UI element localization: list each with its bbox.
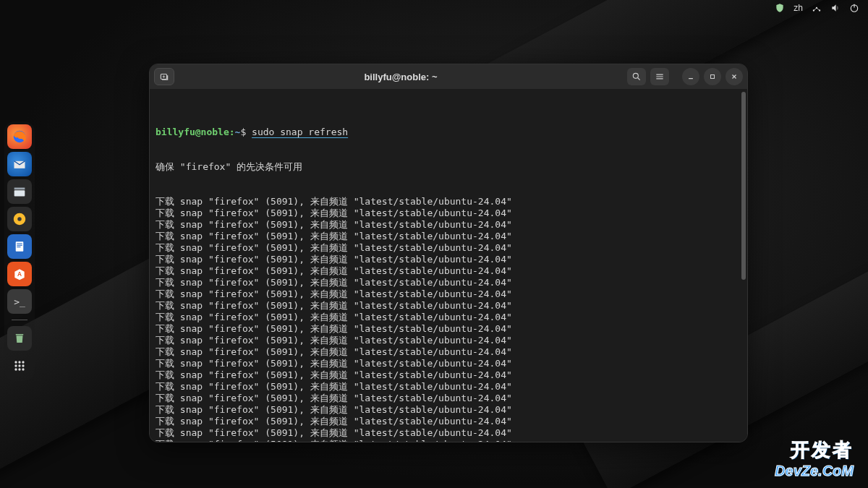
svg-rect-6	[14, 190, 25, 196]
svg-point-17	[22, 361, 24, 363]
download-line: 下载 snap "firefox" (5091), 来自频道 "latest/s…	[156, 381, 741, 393]
dock-app-rhythmbox[interactable]	[7, 207, 32, 231]
download-line: 下载 snap "firefox" (5091), 来自频道 "latest/s…	[156, 242, 741, 254]
download-line: 下载 snap "firefox" (5091), 来自频道 "latest/s…	[156, 358, 741, 369]
power-icon[interactable]	[849, 3, 859, 13]
svg-rect-14	[16, 334, 24, 335]
top-bar: zh	[0, 0, 868, 16]
svg-point-16	[18, 361, 20, 363]
search-button[interactable]	[627, 68, 646, 85]
download-line: 下载 snap "firefox" (5091), 来自频道 "latest/s…	[156, 346, 741, 358]
dock-app-software[interactable]: A	[7, 262, 32, 286]
svg-rect-5	[14, 188, 25, 190]
download-line: 下载 snap "firefox" (5091), 来自频道 "latest/s…	[156, 439, 741, 442]
svg-point-15	[14, 361, 17, 363]
download-line: 下载 snap "firefox" (5091), 来自频道 "latest/s…	[156, 323, 741, 335]
download-line: 下载 snap "firefox" (5091), 来自频道 "latest/s…	[156, 427, 741, 439]
svg-point-23	[22, 368, 24, 370]
svg-rect-26	[711, 75, 715, 79]
download-line: 下载 snap "firefox" (5091), 来自频道 "latest/s…	[156, 288, 741, 300]
dock-app-firefox[interactable]	[7, 124, 32, 149]
download-line: 下载 snap "firefox" (5091), 来自频道 "latest/s…	[156, 404, 741, 416]
dock-app-writer[interactable]	[7, 234, 32, 259]
close-button[interactable]	[726, 68, 743, 85]
dock-separator	[12, 320, 27, 320]
svg-point-19	[18, 364, 20, 367]
svg-point-18	[14, 364, 17, 367]
dock: A >_	[4, 121, 35, 381]
ensure-line: 确保 "firefox" 的先决条件可用	[156, 161, 741, 173]
terminal-titlebar: billyfu@noble: ~	[150, 64, 747, 89]
maximize-button[interactable]	[704, 68, 721, 85]
svg-point-25	[633, 73, 638, 78]
download-line: 下载 snap "firefox" (5091), 来自频道 "latest/s…	[156, 393, 741, 404]
entered-command: sudo snap refresh	[252, 127, 348, 137]
dock-app-terminal[interactable]: >_	[7, 289, 32, 314]
terminal-scrollbar[interactable]	[741, 92, 746, 280]
watermark-en: DevZe.CoM	[775, 463, 854, 479]
download-line: 下载 snap "firefox" (5091), 来自频道 "latest/s…	[156, 219, 741, 231]
download-line: 下载 snap "firefox" (5091), 来自频道 "latest/s…	[156, 277, 741, 288]
terminal-window: billyfu@noble: ~ billyfu@noble:~$ sudo s…	[149, 64, 748, 442]
download-line: 下载 snap "firefox" (5091), 来自频道 "latest/s…	[156, 369, 741, 381]
dock-app-thunderbird[interactable]	[7, 152, 32, 176]
prompt-user: billyfu@noble	[156, 127, 229, 137]
terminal-title: billyfu@noble: ~	[179, 72, 623, 82]
shield-icon[interactable]	[775, 3, 785, 13]
dock-app-trash[interactable]	[7, 326, 32, 351]
download-line: 下载 snap "firefox" (5091), 来自频道 "latest/s…	[156, 416, 741, 427]
download-line: 下载 snap "firefox" (5091), 来自频道 "latest/s…	[156, 265, 741, 277]
terminal-body[interactable]: billyfu@noble:~$ sudo snap refresh 确保 "f…	[150, 89, 747, 442]
download-line: 下载 snap "firefox" (5091), 来自频道 "latest/s…	[156, 312, 741, 323]
minimize-button[interactable]	[682, 68, 699, 85]
new-tab-button[interactable]	[154, 68, 174, 85]
download-line: 下载 snap "firefox" (5091), 来自频道 "latest/s…	[156, 207, 741, 219]
download-line: 下载 snap "firefox" (5091), 来自频道 "latest/s…	[156, 300, 741, 312]
svg-point-21	[14, 368, 17, 370]
svg-text:A: A	[17, 270, 22, 278]
watermark: 开发者 DevZe.CoM	[775, 437, 854, 479]
download-line: 下载 snap "firefox" (5091), 来自频道 "latest/s…	[156, 196, 741, 207]
svg-point-8	[17, 217, 22, 221]
prompt-line: billyfu@noble:~$ sudo snap refresh	[156, 127, 741, 138]
download-line: 下载 snap "firefox" (5091), 来自频道 "latest/s…	[156, 335, 741, 346]
download-line: 下载 snap "firefox" (5091), 来自频道 "latest/s…	[156, 231, 741, 242]
network-icon[interactable]	[812, 3, 822, 13]
svg-point-20	[22, 364, 24, 367]
watermark-cn: 开发者	[775, 437, 854, 463]
svg-point-22	[18, 368, 20, 370]
dock-app-files[interactable]	[7, 179, 32, 204]
hamburger-menu-button[interactable]	[650, 68, 669, 85]
svg-rect-11	[17, 245, 22, 246]
svg-rect-10	[17, 244, 22, 244]
svg-rect-12	[17, 247, 20, 247]
download-line: 下载 snap "firefox" (5091), 来自频道 "latest/s…	[156, 254, 741, 265]
volume-icon[interactable]	[830, 3, 841, 13]
input-method-indicator[interactable]: zh	[793, 3, 803, 13]
dock-show-apps[interactable]	[7, 354, 32, 378]
